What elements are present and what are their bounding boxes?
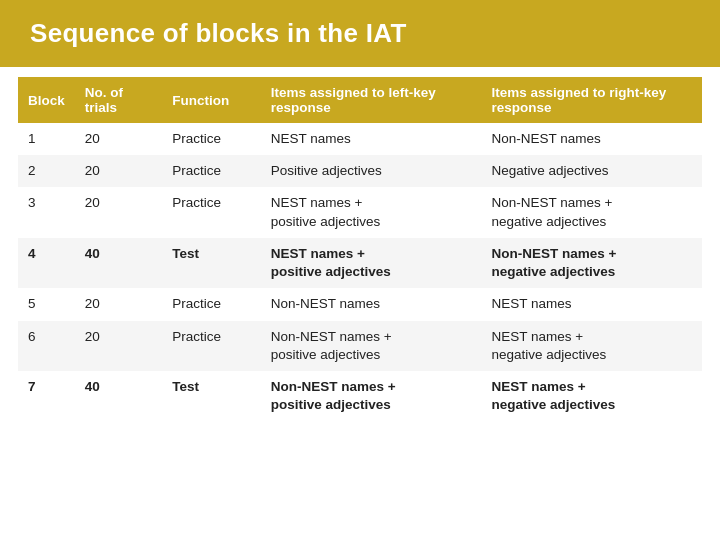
cell-right: NEST names +negative adjectives — [481, 321, 702, 371]
cell-block: 3 — [18, 187, 75, 237]
iat-table: Block No. of trials Function Items assig… — [18, 77, 702, 421]
table-container: Block No. of trials Function Items assig… — [0, 67, 720, 429]
cell-block: 4 — [18, 238, 75, 288]
col-header-block: Block — [18, 77, 75, 123]
cell-left: NEST names — [261, 123, 482, 155]
cell-function: Practice — [162, 187, 261, 237]
table-header-row: Block No. of trials Function Items assig… — [18, 77, 702, 123]
page-title: Sequence of blocks in the IAT — [30, 18, 407, 49]
cell-function: Test — [162, 371, 261, 421]
cell-block: 7 — [18, 371, 75, 421]
col-header-right: Items assigned to right-key response — [481, 77, 702, 123]
cell-function: Practice — [162, 321, 261, 371]
cell-function: Practice — [162, 155, 261, 187]
cell-right: NEST names +negative adjectives — [481, 371, 702, 421]
table-row: 320PracticeNEST names +positive adjectiv… — [18, 187, 702, 237]
cell-block: 2 — [18, 155, 75, 187]
table-row: 740TestNon-NEST names +positive adjectiv… — [18, 371, 702, 421]
cell-trials: 20 — [75, 288, 163, 320]
col-header-function: Function — [162, 77, 261, 123]
cell-left: Positive adjectives — [261, 155, 482, 187]
cell-trials: 40 — [75, 238, 163, 288]
table-row: 520PracticeNon-NEST namesNEST names — [18, 288, 702, 320]
cell-function: Test — [162, 238, 261, 288]
cell-left: Non-NEST names +positive adjectives — [261, 371, 482, 421]
page-wrapper: Sequence of blocks in the IAT Block No. … — [0, 0, 720, 540]
cell-right: Negative adjectives — [481, 155, 702, 187]
table-row: 220PracticePositive adjectivesNegative a… — [18, 155, 702, 187]
cell-left: Non-NEST names +positive adjectives — [261, 321, 482, 371]
cell-right: Non-NEST names +negative adjectives — [481, 187, 702, 237]
cell-trials: 40 — [75, 371, 163, 421]
cell-right: Non-NEST names +negative adjectives — [481, 238, 702, 288]
cell-function: Practice — [162, 288, 261, 320]
cell-block: 6 — [18, 321, 75, 371]
cell-block: 1 — [18, 123, 75, 155]
cell-right: Non-NEST names — [481, 123, 702, 155]
table-row: 620PracticeNon-NEST names +positive adje… — [18, 321, 702, 371]
cell-function: Practice — [162, 123, 261, 155]
col-header-left: Items assigned to left-key response — [261, 77, 482, 123]
cell-right: NEST names — [481, 288, 702, 320]
col-header-trials: No. of trials — [75, 77, 163, 123]
cell-block: 5 — [18, 288, 75, 320]
cell-trials: 20 — [75, 187, 163, 237]
header-bar: Sequence of blocks in the IAT — [0, 0, 720, 67]
cell-left: NEST names +positive adjectives — [261, 238, 482, 288]
cell-trials: 20 — [75, 321, 163, 371]
table-row: 120PracticeNEST namesNon-NEST names — [18, 123, 702, 155]
table-row: 440TestNEST names +positive adjectivesNo… — [18, 238, 702, 288]
cell-trials: 20 — [75, 155, 163, 187]
cell-left: Non-NEST names — [261, 288, 482, 320]
cell-trials: 20 — [75, 123, 163, 155]
cell-left: NEST names +positive adjectives — [261, 187, 482, 237]
